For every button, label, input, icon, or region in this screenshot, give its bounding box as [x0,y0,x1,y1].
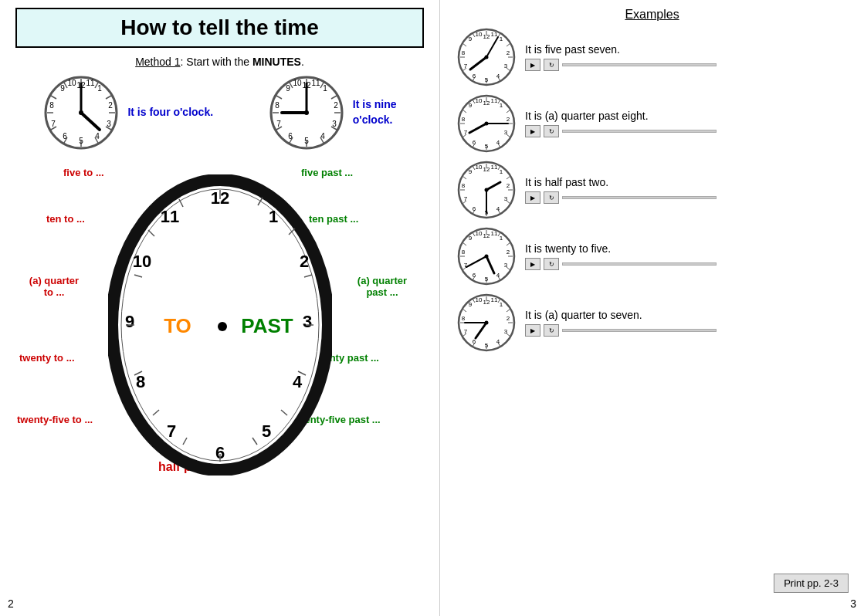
example-clock-3: 12 1 2 3 4 5 6 7 8 9 10 11 [456,159,517,221]
svg-text:12: 12 [483,232,490,239]
svg-point-55 [304,110,309,115]
method-bold: MINUTES [252,56,301,68]
svg-text:10: 10 [476,97,483,104]
svg-text:6: 6 [288,132,293,140]
page-num-left: 2 [8,597,14,610]
svg-text:11: 11 [86,79,96,87]
svg-text:4: 4 [496,139,500,146]
replay-btn-4[interactable]: ↻ [544,258,559,270]
svg-text:3: 3 [504,262,508,269]
example-text-3: It is half past two. [525,176,849,188]
example-row-2: 12 1 2 3 4 5 6 7 8 9 10 11 It is (a) qua… [456,93,849,154]
svg-text:11: 11 [491,164,498,171]
svg-text:5: 5 [304,137,309,145]
svg-text:4: 4 [96,132,100,140]
svg-text:4: 4 [496,338,500,345]
replay-btn-3[interactable]: ↻ [544,191,559,204]
replay-btn-5[interactable]: ↻ [544,324,559,337]
play-btn-4[interactable]: ▶ [525,258,540,270]
svg-text:4: 4 [496,272,500,279]
small-clocks-row: 12 1 2 3 4 5 6 7 8 9 10 11 It is four o'… [15,74,424,151]
svg-text:8: 8 [136,372,145,391]
play-btn-2[interactable]: ▶ [525,125,540,137]
play-btn-5[interactable]: ▶ [525,324,540,337]
svg-text:4: 4 [496,73,500,80]
svg-text:3: 3 [332,120,337,128]
svg-text:3: 3 [107,120,112,128]
svg-text:2: 2 [507,249,510,256]
audio-controls-1: ▶ ↻ [525,59,849,71]
svg-text:9: 9 [61,84,66,93]
svg-text:5: 5 [485,342,489,349]
svg-text:8: 8 [462,116,466,123]
label-quarter-past: (a) quarterpast ... [340,275,425,298]
svg-text:2: 2 [507,182,510,189]
audio-slider-2[interactable] [562,130,717,133]
audio-slider-1[interactable] [562,63,717,66]
svg-text:9: 9 [125,312,134,331]
example-clock-2: 12 1 2 3 4 5 6 7 8 9 10 11 [456,93,517,154]
label-five-to: five to ... [63,167,104,178]
clock2-label: It is nineo'clock. [353,97,397,127]
svg-text:2: 2 [507,49,510,56]
svg-text:6: 6 [473,73,476,80]
svg-text:9: 9 [469,102,473,109]
title-box: How to tell the time [15,8,424,48]
print-button[interactable]: Print pp. 2-3 [774,574,849,593]
examples-heading: Examples [456,8,849,22]
svg-text:1: 1 [269,207,278,226]
svg-text:9: 9 [286,84,290,93]
audio-slider-4[interactable] [562,262,717,266]
audio-slider-5[interactable] [562,329,717,332]
svg-text:1: 1 [500,36,503,42]
svg-text:TO: TO [164,314,191,337]
example-clock-4: 12 1 2 3 4 5 6 7 8 9 10 11 [456,225,517,287]
left-page: 2 How to tell the time Method 1: Start w… [0,0,440,616]
svg-text:12: 12 [483,299,490,306]
svg-text:11: 11 [491,97,498,104]
example-text-5: It is (a) quarter to seven. [525,309,849,321]
play-btn-3[interactable]: ▶ [525,191,540,204]
svg-text:2: 2 [507,315,510,322]
svg-text:6: 6 [63,132,68,140]
label-ten-to: ten to ... [46,213,85,225]
replay-btn-1[interactable]: ↻ [544,59,559,71]
svg-text:12: 12 [483,100,490,107]
svg-text:9: 9 [469,301,473,308]
svg-text:10: 10 [476,230,483,237]
method-line: Method 1: Start with the MINUTES. [15,56,424,68]
example-right-2: It is (a) quarter past eight. ▶ ↻ [517,110,849,137]
svg-text:1: 1 [500,235,503,242]
svg-text:4: 4 [293,372,303,391]
example-text-1: It is five past seven. [525,43,849,56]
example-row-3: 12 1 2 3 4 5 6 7 8 9 10 11 It is half pa… [456,159,849,221]
svg-text:11: 11 [491,230,498,237]
svg-text:2: 2 [334,101,338,110]
svg-text:12: 12 [483,33,490,40]
svg-text:3: 3 [504,129,508,136]
svg-text:11: 11 [161,207,179,226]
svg-point-27 [79,110,83,115]
example-row-5: 12 1 2 3 4 5 6 7 8 9 10 11 It is (a) qua… [456,292,849,354]
svg-text:1: 1 [500,301,503,308]
svg-text:2: 2 [507,116,510,123]
big-clock-ellipse: 12 1 2 3 4 5 6 7 8 9 10 11 [108,174,332,476]
svg-text:7: 7 [464,195,468,202]
audio-slider-3[interactable] [562,196,717,199]
audio-controls-3: ▶ ↻ [525,191,849,204]
right-page: 3 Examples 12 1 2 3 4 [440,0,864,616]
label-quarter-to: (a) quarterto ... [15,275,93,298]
clock2-group: 12 1 2 3 4 5 6 7 8 9 10 11 It is nineo'c… [268,74,397,151]
svg-point-228 [485,321,489,325]
svg-text:10: 10 [476,31,483,38]
svg-text:5: 5 [485,276,489,283]
big-clock-section: five to ... five past ... ten to ... ten… [15,159,424,491]
clock1-svg: 12 1 2 3 4 5 6 7 8 9 10 11 [42,74,120,151]
page-num-right: 3 [850,597,856,610]
play-btn-1[interactable]: ▶ [525,59,540,71]
svg-text:4: 4 [496,205,500,212]
svg-point-116 [485,56,489,59]
replay-btn-2[interactable]: ↻ [544,125,559,137]
label-twenty-to: twenty to ... [19,352,75,364]
svg-text:10: 10 [68,79,77,87]
